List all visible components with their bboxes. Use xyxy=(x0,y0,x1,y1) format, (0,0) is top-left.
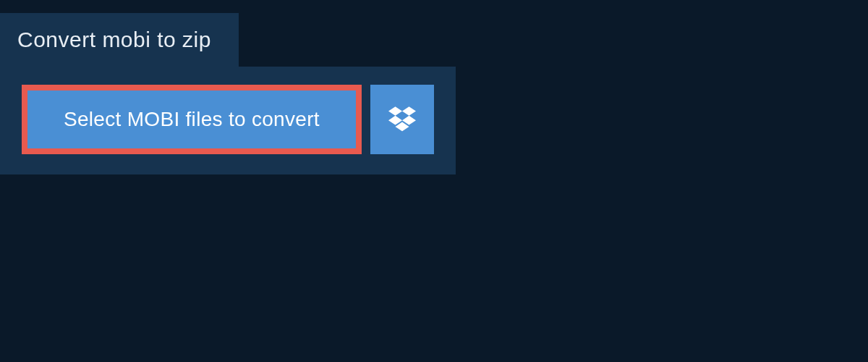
select-files-button[interactable]: Select MOBI files to convert xyxy=(22,85,362,154)
dropbox-button[interactable] xyxy=(370,85,434,154)
dropbox-icon xyxy=(388,104,416,135)
tab-bar: Convert mobi to zip xyxy=(0,0,868,67)
tab-convert[interactable]: Convert mobi to zip xyxy=(0,13,239,67)
file-select-group: Select MOBI files to convert xyxy=(22,85,434,154)
tab-label: Convert mobi to zip xyxy=(17,28,211,51)
select-files-label: Select MOBI files to convert xyxy=(64,108,320,131)
conversion-panel: Select MOBI files to convert xyxy=(0,67,456,174)
